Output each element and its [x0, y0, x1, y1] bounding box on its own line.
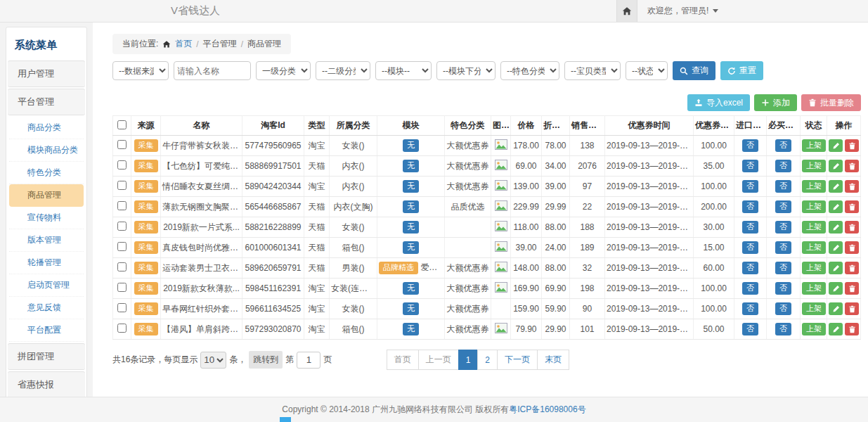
- import-select-toggle[interactable]: 否: [742, 262, 758, 274]
- row-checkbox[interactable]: [117, 303, 127, 312]
- row-checkbox[interactable]: [117, 201, 127, 210]
- sidebar-item-用户管理[interactable]: 用户管理: [8, 60, 85, 87]
- pager-button-末页[interactable]: 末页: [537, 350, 569, 370]
- must-buy-toggle[interactable]: 否: [775, 262, 791, 274]
- sidebar-item-商品分类[interactable]: 商品分类: [9, 117, 84, 139]
- pager-button-下一页[interactable]: 下一页: [497, 350, 538, 370]
- module-badge[interactable]: 无: [403, 160, 419, 172]
- sidebar-item-版本管理[interactable]: 版本管理: [9, 229, 84, 252]
- delete-button[interactable]: [845, 302, 859, 315]
- filter-data-source[interactable]: --数据来源--: [112, 61, 169, 80]
- row-checkbox[interactable]: [117, 283, 127, 292]
- breadcrumb-home-link[interactable]: 首页: [175, 38, 192, 50]
- status-badge[interactable]: 上架: [802, 262, 826, 274]
- pager-button-首页[interactable]: 首页: [387, 350, 419, 370]
- must-buy-toggle[interactable]: 否: [775, 180, 791, 192]
- delete-button[interactable]: [845, 282, 859, 295]
- filter-level1-category[interactable]: 一级分类: [256, 61, 311, 80]
- delete-button[interactable]: [845, 221, 859, 234]
- delete-button[interactable]: [845, 160, 859, 172]
- filter-status[interactable]: --状态--: [626, 61, 668, 80]
- delete-button[interactable]: [845, 180, 859, 193]
- module-badge[interactable]: 无: [403, 323, 419, 335]
- status-badge[interactable]: 上架: [802, 323, 826, 335]
- module-badge[interactable]: 品牌精选: [379, 262, 418, 274]
- sidebar-item-启动页管理[interactable]: 启动页管理: [9, 274, 84, 297]
- sidebar-item-商品管理[interactable]: 商品管理: [9, 184, 84, 207]
- sidebar-item-拼团管理[interactable]: 拼团管理: [8, 343, 85, 370]
- import-select-toggle[interactable]: 否: [742, 160, 758, 172]
- row-checkbox[interactable]: [117, 324, 127, 333]
- edit-button[interactable]: [829, 282, 843, 295]
- sidebar-item-特色分类[interactable]: 特色分类: [9, 162, 84, 184]
- import-select-toggle[interactable]: 否: [742, 323, 758, 335]
- reset-button[interactable]: 重置: [720, 61, 763, 80]
- delete-button[interactable]: [845, 241, 859, 254]
- jump-to-button[interactable]: 跳转到: [249, 351, 283, 369]
- edit-button[interactable]: [829, 302, 843, 315]
- status-badge[interactable]: 上架: [802, 160, 826, 172]
- add-button[interactable]: 添加: [754, 94, 797, 111]
- filter-module-subcategory[interactable]: --模块下分类--: [436, 61, 495, 80]
- status-badge[interactable]: 上架: [802, 282, 826, 294]
- sidebar-item-平台配置[interactable]: 平台配置: [9, 319, 84, 342]
- delete-button[interactable]: [845, 262, 859, 274]
- delete-button[interactable]: [845, 139, 859, 152]
- row-checkbox[interactable]: [117, 262, 127, 271]
- edit-button[interactable]: [829, 139, 843, 152]
- edit-button[interactable]: [829, 323, 843, 335]
- pager-button-2[interactable]: 2: [477, 350, 498, 370]
- batch-delete-button[interactable]: 批量删除: [801, 94, 861, 111]
- import-select-toggle[interactable]: 否: [742, 139, 758, 151]
- breadcrumb-item-platform[interactable]: 平台管理: [203, 38, 237, 50]
- row-checkbox[interactable]: [117, 160, 127, 170]
- status-badge[interactable]: 上架: [802, 180, 826, 192]
- must-buy-toggle[interactable]: 否: [775, 241, 791, 253]
- import-excel-button[interactable]: 导入excel: [687, 94, 750, 111]
- filter-item-type[interactable]: --宝贝类型--: [564, 61, 621, 80]
- pager-button-上一页[interactable]: 上一页: [418, 350, 459, 370]
- row-checkbox[interactable]: [117, 242, 127, 251]
- user-menu[interactable]: 欢迎您，管理员!: [647, 5, 858, 17]
- import-select-toggle[interactable]: 否: [742, 200, 758, 212]
- sidebar-item-模块商品分类[interactable]: 模块商品分类: [9, 139, 84, 162]
- import-select-toggle[interactable]: 否: [742, 302, 758, 314]
- per-page-select[interactable]: 10: [200, 352, 226, 369]
- module-badge[interactable]: 无: [403, 180, 419, 192]
- select-all-checkbox[interactable]: [117, 120, 127, 129]
- module-badge[interactable]: 无: [403, 302, 419, 314]
- edit-button[interactable]: [829, 221, 843, 234]
- delete-button[interactable]: [845, 323, 859, 335]
- edit-button[interactable]: [829, 262, 843, 274]
- page-number-input[interactable]: [297, 352, 320, 369]
- must-buy-toggle[interactable]: 否: [775, 160, 791, 172]
- import-select-toggle[interactable]: 否: [742, 241, 758, 253]
- row-checkbox[interactable]: [117, 222, 127, 231]
- sidebar-item-意见反馈[interactable]: 意见反馈: [9, 297, 84, 319]
- must-buy-toggle[interactable]: 否: [775, 200, 791, 212]
- filter-module[interactable]: --模块--: [375, 61, 432, 80]
- must-buy-toggle[interactable]: 否: [775, 282, 791, 294]
- must-buy-toggle[interactable]: 否: [775, 139, 791, 151]
- must-buy-toggle[interactable]: 否: [775, 302, 791, 314]
- sidebar-item-省惠快报[interactable]: 省惠快报: [8, 371, 85, 398]
- edit-button[interactable]: [829, 180, 843, 193]
- module-badge[interactable]: 无: [403, 282, 419, 294]
- edit-button[interactable]: [829, 200, 843, 213]
- sidebar-item-宣传物料[interactable]: 宣传物料: [9, 207, 84, 229]
- icp-link[interactable]: 粤ICP备16098006号: [509, 404, 585, 416]
- must-buy-toggle[interactable]: 否: [775, 221, 791, 233]
- import-select-toggle[interactable]: 否: [742, 180, 758, 192]
- module-badge[interactable]: 无: [403, 200, 419, 212]
- sidebar-item-轮播管理[interactable]: 轮播管理: [9, 252, 84, 274]
- must-buy-toggle[interactable]: 否: [775, 323, 791, 335]
- module-badge[interactable]: 无: [403, 221, 419, 233]
- import-select-toggle[interactable]: 否: [742, 282, 758, 294]
- edit-button[interactable]: [829, 241, 843, 254]
- filter-feature-category[interactable]: --特色分类--: [500, 61, 559, 80]
- status-badge[interactable]: 上架: [802, 241, 826, 253]
- search-button[interactable]: 查询: [673, 61, 715, 80]
- edit-button[interactable]: [829, 160, 843, 172]
- status-badge[interactable]: 上架: [802, 221, 826, 233]
- filter-level2-category[interactable]: --二级分类--: [316, 61, 370, 80]
